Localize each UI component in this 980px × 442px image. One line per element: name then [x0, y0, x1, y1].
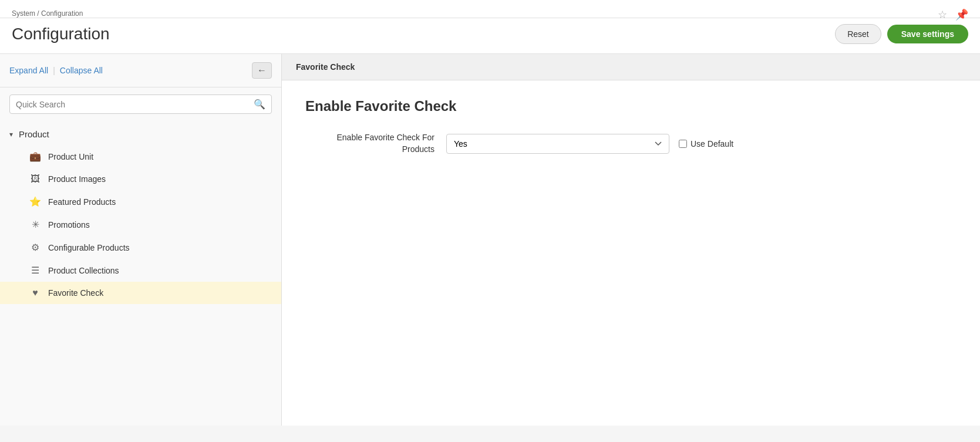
nav-label-product-collections: Product Collections	[48, 266, 119, 275]
config-gear-icon: ⚙	[29, 242, 41, 253]
use-default-label[interactable]: Use Default	[679, 139, 733, 149]
nav-label-favorite-check: Favorite Check	[48, 288, 103, 298]
save-settings-button[interactable]: Save settings	[887, 25, 968, 43]
nav-label-featured-products: Featured Products	[48, 197, 116, 207]
collapse-all-link[interactable]: Collapse All	[60, 66, 103, 75]
star-icon[interactable]: ☆	[938, 8, 947, 21]
nav-item-promotions[interactable]: ✳ Promotions	[0, 213, 281, 236]
nav-label-product-unit: Product Unit	[48, 152, 93, 161]
use-default-text: Use Default	[691, 139, 733, 149]
form-label: Enable Favorite Check For Products	[305, 132, 435, 155]
back-button[interactable]: ←	[252, 62, 272, 79]
nav-item-featured-products[interactable]: ⭐ Featured Products	[0, 190, 281, 213]
nav-label-product-images: Product Images	[48, 174, 106, 184]
nav-label-configurable-products: Configurable Products	[48, 243, 130, 252]
nav-item-configurable-products[interactable]: ⚙ Configurable Products	[0, 236, 281, 259]
nav-label-promotions: Promotions	[48, 220, 90, 230]
briefcase-icon: 💼	[29, 151, 41, 162]
controls-divider: |	[53, 66, 55, 75]
nav-item-product-images[interactable]: 🖼 Product Images	[0, 168, 281, 190]
product-group-header[interactable]: ▾ Product	[0, 123, 281, 145]
nav-tree: ▾ Product 💼 Product Unit 🖼 Product Image…	[0, 121, 281, 306]
search-icon: 🔍	[254, 99, 265, 110]
form-control: Yes No Use Default	[446, 134, 733, 154]
form-row: Enable Favorite Check For Products Yes N…	[305, 132, 957, 155]
reset-button[interactable]: Reset	[835, 24, 881, 44]
image-icon: 🖼	[29, 174, 41, 184]
sidebar: Expand All | Collapse All ← 🔍 ▾ Product …	[0, 54, 282, 426]
promotions-gear-icon: ✳	[29, 219, 41, 230]
enable-favorite-check-select[interactable]: Yes No	[446, 134, 669, 154]
breadcrumb: System / Configuration	[12, 5, 968, 18]
chevron-down-icon: ▾	[9, 130, 13, 139]
nav-item-favorite-check[interactable]: ♥ Favorite Check	[0, 282, 281, 304]
section-title: Enable Favorite Check	[305, 98, 957, 114]
section-header: Favorite Check	[282, 54, 980, 80]
use-default-checkbox[interactable]	[679, 140, 687, 148]
pin-icon[interactable]: 📌	[955, 8, 968, 21]
nav-item-product-collections[interactable]: ☰ Product Collections	[0, 259, 281, 282]
heart-icon: ♥	[29, 288, 41, 298]
expand-all-link[interactable]: Expand All	[9, 66, 48, 75]
content-area: Favorite Check Enable Favorite Check Ena…	[282, 54, 980, 426]
star-icon: ⭐	[29, 196, 41, 207]
page-title: Configuration	[12, 25, 110, 43]
product-group-label: Product	[19, 129, 49, 139]
search-input[interactable]	[16, 100, 254, 109]
list-icon: ☰	[29, 265, 41, 276]
nav-item-product-unit[interactable]: 💼 Product Unit	[0, 145, 281, 168]
